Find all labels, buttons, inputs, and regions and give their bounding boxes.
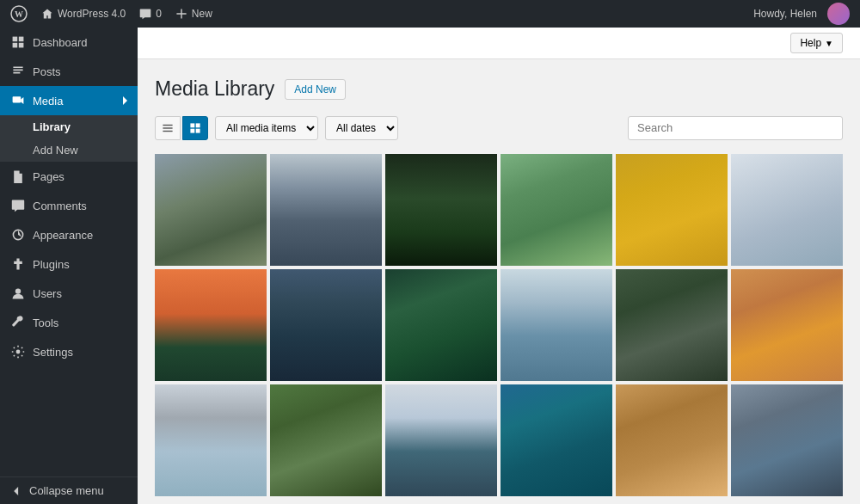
svg-rect-5 [19, 43, 24, 48]
content-header: Help ▼ [138, 28, 860, 59]
media-toolbar: All media items Images Audio Video All d… [155, 116, 843, 140]
sidebar-item-appearance-label: Appearance [33, 229, 93, 242]
media-item[interactable] [155, 384, 267, 496]
media-item[interactable] [501, 384, 612, 496]
media-item[interactable] [731, 384, 843, 496]
media-item[interactable] [731, 154, 843, 266]
media-thumbnail [501, 154, 612, 266]
sidebar-item-dashboard[interactable]: Dashboard [0, 28, 138, 57]
page-title-row: Media Library Add New [155, 77, 843, 102]
grid-view-icon [189, 122, 201, 134]
svg-rect-13 [190, 123, 194, 127]
media-thumbnail [270, 384, 382, 496]
sidebar-item-users[interactable]: Users [0, 279, 138, 308]
svg-point-9 [16, 350, 21, 354]
admin-bar: W WordPress 4.0 0 New Howdy, Helen [0, 0, 860, 28]
media-item[interactable] [616, 154, 728, 266]
plugins-icon [10, 256, 26, 272]
sidebar-item-comments-label: Comments [33, 200, 87, 212]
users-icon [10, 286, 26, 301]
sidebar: Dashboard Posts Media Library Add New [0, 28, 138, 504]
svg-rect-3 [19, 37, 24, 42]
page-title: Media Library [155, 77, 274, 102]
list-view-icon [162, 122, 174, 134]
sidebar-item-settings[interactable]: Settings [0, 337, 138, 366]
content-area: Help ▼ Media Library Add New [138, 28, 860, 504]
media-thumbnail [385, 384, 497, 496]
media-thumbnail [731, 384, 843, 496]
grid-view-button[interactable] [182, 116, 208, 140]
sidebar-subitem-library[interactable]: Library [0, 115, 138, 138]
add-new-sub-label: Add New [33, 144, 78, 157]
media-thumbnail [616, 154, 728, 266]
sidebar-item-tools-label: Tools [33, 317, 58, 329]
view-toggle [155, 116, 208, 140]
media-item[interactable] [731, 269, 843, 381]
media-item[interactable] [501, 154, 612, 266]
main-layout: Dashboard Posts Media Library Add New [0, 28, 860, 504]
appearance-icon [10, 227, 26, 243]
media-item[interactable] [385, 384, 497, 496]
sidebar-item-appearance[interactable]: Appearance [0, 220, 138, 249]
media-thumbnail [270, 269, 382, 381]
sidebar-item-comments[interactable]: Comments [0, 191, 138, 220]
avatar[interactable] [827, 3, 850, 25]
media-submenu: Library Add New [0, 115, 138, 162]
svg-rect-15 [190, 129, 194, 133]
media-thumbnail [501, 269, 612, 381]
media-thumbnail [155, 269, 267, 381]
wp-logo-icon: W [10, 5, 28, 22]
media-thumbnail [155, 154, 267, 266]
sidebar-item-posts[interactable]: Posts [0, 57, 138, 86]
svg-rect-10 [163, 125, 172, 126]
admin-bar-right: Howdy, Helen [753, 3, 850, 25]
svg-rect-16 [196, 129, 200, 133]
list-view-button[interactable] [155, 116, 181, 140]
new-item[interactable]: New [175, 8, 212, 20]
media-arrow-icon [123, 96, 127, 105]
media-item[interactable] [270, 269, 382, 381]
sidebar-subitem-add-new[interactable]: Add New [0, 138, 138, 162]
collapse-icon [10, 485, 22, 497]
media-thumbnail [385, 269, 497, 381]
media-grid [155, 154, 843, 496]
media-item[interactable] [616, 384, 728, 496]
media-thumbnail [731, 154, 843, 266]
new-label: New [192, 8, 212, 20]
search-input[interactable] [628, 116, 843, 140]
comments-icon [10, 198, 26, 213]
admin-bar-left: W WordPress 4.0 0 New [10, 5, 212, 22]
svg-rect-2 [13, 37, 18, 42]
add-new-button[interactable]: Add New [285, 79, 346, 100]
wp-logo-item[interactable]: W [10, 5, 28, 22]
media-thumbnail [155, 384, 267, 496]
media-item[interactable] [155, 269, 267, 381]
svg-text:W: W [15, 9, 23, 19]
sidebar-item-plugins[interactable]: Plugins [0, 249, 138, 279]
media-item[interactable] [385, 269, 497, 381]
media-item[interactable] [385, 154, 497, 266]
pages-icon [10, 169, 26, 184]
svg-point-8 [15, 288, 21, 293]
comments-item[interactable]: 0 [139, 8, 162, 20]
sidebar-item-posts-label: Posts [33, 65, 61, 78]
collapse-menu-button[interactable]: Collapse menu [0, 476, 138, 504]
help-button[interactable]: Help ▼ [790, 33, 843, 53]
media-item[interactable] [155, 154, 267, 266]
plus-icon [175, 8, 187, 20]
help-label: Help [800, 37, 821, 49]
media-item[interactable] [270, 384, 382, 496]
media-item[interactable] [501, 269, 612, 381]
site-name-item[interactable]: WordPress 4.0 [41, 8, 126, 20]
media-type-filter[interactable]: All media items Images Audio Video [215, 116, 318, 140]
media-item[interactable] [616, 269, 728, 381]
media-item[interactable] [270, 154, 382, 266]
sidebar-item-pages[interactable]: Pages [0, 162, 138, 191]
date-filter[interactable]: All dates [325, 116, 398, 140]
comments-count: 0 [156, 8, 162, 20]
media-icon [10, 93, 26, 108]
sidebar-item-media[interactable]: Media [0, 86, 138, 115]
sidebar-item-tools[interactable]: Tools [0, 308, 138, 337]
help-chevron-icon: ▼ [825, 39, 833, 48]
library-label: Library [33, 120, 71, 133]
